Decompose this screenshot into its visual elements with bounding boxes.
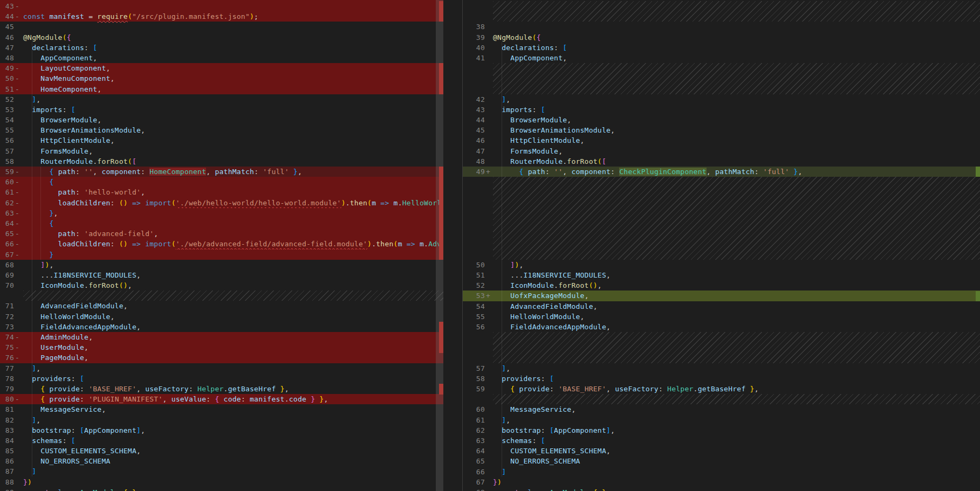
code-line[interactable]: 58 RouterModule.forRoot([ — [0, 156, 443, 167]
scrollbar[interactable] — [436, 0, 443, 491]
code-line[interactable]: 44-const manifest = require("/src/plugin… — [0, 11, 443, 22]
code-line[interactable]: 61- path: 'hello-world', — [0, 187, 443, 197]
code-line[interactable]: 70 IconModule.forRoot(), — [0, 280, 443, 291]
diff-marker: - — [15, 63, 19, 73]
code-line[interactable]: 39@NgModule({ — [463, 32, 980, 43]
line-number: 55 — [0, 125, 14, 135]
code-line[interactable]: 68export class AppModule { } — [463, 487, 980, 491]
code-line[interactable]: 38 — [463, 22, 980, 32]
code-line[interactable]: 73 FieldAdvancedAppModule, — [0, 322, 443, 332]
code-line[interactable]: 68 ]), — [0, 260, 443, 270]
code-line[interactable]: 89export class AppModule { } — [0, 487, 443, 491]
code-line[interactable]: 81 MessageService, — [0, 404, 443, 414]
code-line[interactable]: 49- LayoutComponent, — [0, 63, 443, 73]
code-line[interactable]: 76- PageModule, — [0, 352, 443, 363]
code-line[interactable]: 85 CUSTOM_ELEMENTS_SCHEMA, — [0, 446, 443, 456]
code-line[interactable]: 75- UserModule, — [0, 342, 443, 352]
code-line[interactable]: 87 ] — [0, 466, 443, 476]
code-line[interactable]: 49+ { path: '', component: CheckPluginCo… — [463, 167, 980, 177]
code-line[interactable]: 72 HelloWorldModule, — [0, 312, 443, 322]
code-line[interactable]: 67}) — [463, 477, 980, 487]
code-line[interactable]: 62 bootstrap: [AppComponent], — [463, 425, 980, 435]
code-line[interactable]: 47 declarations: [ — [0, 43, 443, 53]
code-line[interactable]: 60- { — [0, 177, 443, 187]
code-line[interactable]: 52 ], — [0, 94, 443, 105]
code-line[interactable]: 83 bootstrap: [AppComponent], — [0, 425, 443, 435]
code-line[interactable]: 55 BrowserAnimationsModule, — [0, 125, 443, 135]
code-line[interactable]: 60 MessageService, — [463, 404, 980, 414]
code-text: { path: '', component: CheckPluginCompon… — [493, 167, 803, 177]
code-line[interactable]: 42 ], — [463, 94, 980, 105]
code-line[interactable]: 69 ...I18NSERVICE_MODULES, — [0, 270, 443, 280]
line-number: 54 — [0, 115, 14, 125]
code-line[interactable]: 66 ] — [463, 467, 980, 477]
code-line[interactable]: 51- HomeComponent, — [0, 84, 443, 94]
code-line[interactable]: 79 { provide: 'BASE_HREF', useFactory: H… — [0, 384, 443, 394]
code-line[interactable]: 45 BrowserAnimationsModule, — [463, 125, 980, 135]
code-line[interactable]: 46 HttpClientModule, — [463, 135, 980, 146]
code-line[interactable]: 71 AdvancedFieldModule, — [0, 301, 443, 311]
code-line[interactable]: 43 imports: [ — [463, 105, 980, 115]
code-line[interactable]: 57 ], — [463, 363, 980, 374]
code-line[interactable]: 44 BrowserModule, — [463, 115, 980, 125]
code-line[interactable]: 53+ UofxPackageModule, — [463, 291, 980, 301]
code-text: ] — [23, 466, 36, 476]
code-line[interactable]: 56 HttpClientModule, — [0, 135, 443, 146]
code-line[interactable]: 82 ], — [0, 415, 443, 425]
code-line[interactable]: 59- { path: '', component: HomeComponent… — [0, 167, 443, 177]
code-line[interactable]: 65- path: 'advanced-field', — [0, 229, 443, 239]
line-number: 88 — [0, 477, 14, 487]
line-number: 51 — [463, 270, 485, 280]
line-number: 46 — [463, 135, 485, 146]
code-line[interactable]: 62- loadChildren: () => import('./web/he… — [0, 198, 443, 208]
code-line[interactable]: 74- AdminModule, — [0, 332, 443, 342]
code-line[interactable]: 54 BrowserModule, — [0, 115, 443, 125]
code-line[interactable]: 45 — [0, 22, 443, 32]
code-line[interactable]: 50- NavMenuComponent, — [0, 73, 443, 84]
code-line[interactable]: 59 { provide: 'BASE_HREF', useFactory: H… — [463, 384, 980, 394]
code-line[interactable]: 84 schemas: [ — [0, 435, 443, 446]
code-line[interactable]: 47 FormsModule, — [463, 146, 980, 156]
line-number: 55 — [463, 312, 485, 322]
code-line[interactable]: 88}) — [0, 477, 443, 487]
code-line[interactable]: 51 ...I18NSERVICE_MODULES, — [463, 270, 980, 280]
code-line[interactable]: 52 IconModule.forRoot(), — [463, 280, 980, 291]
line-number: 77 — [0, 363, 14, 374]
code-text: ], — [23, 415, 40, 425]
diff-filler — [463, 63, 980, 94]
line-number: 63 — [0, 208, 14, 218]
code-line[interactable]: 40 declarations: [ — [463, 43, 980, 53]
code-line[interactable]: 86 NO_ERRORS_SCHEMA — [0, 456, 443, 466]
code-line[interactable]: 63 schemas: [ — [463, 435, 980, 446]
code-text: CUSTOM_ELEMENTS_SCHEMA, — [23, 446, 141, 456]
diff-overview-mark — [976, 167, 980, 177]
code-line[interactable]: 78 providers: [ — [0, 374, 443, 384]
code-line[interactable]: 41 AppComponent, — [463, 53, 980, 63]
code-line[interactable]: 55 HelloWorldModule, — [463, 312, 980, 322]
code-line[interactable]: 48 AppComponent, — [0, 53, 443, 63]
code-line[interactable]: 63- }, — [0, 208, 443, 218]
code-line[interactable]: 64 CUSTOM_ELEMENTS_SCHEMA, — [463, 446, 980, 456]
code-line[interactable]: 66- loadChildren: () => import('./web/ad… — [0, 239, 443, 249]
code-text: ]), — [23, 260, 54, 270]
code-line[interactable]: 61 ], — [463, 415, 980, 425]
code-line[interactable]: 58 providers: [ — [463, 374, 980, 384]
code-line[interactable]: 77 ], — [0, 363, 443, 374]
code-text: { — [23, 177, 54, 187]
code-line[interactable]: 65 NO_ERRORS_SCHEMA — [463, 456, 980, 466]
code-line[interactable]: 56 FieldAdvancedAppModule, — [463, 322, 980, 332]
line-number: 45 — [0, 22, 14, 32]
code-line[interactable]: 67- } — [0, 250, 443, 260]
code-line[interactable]: 46@NgModule({ — [0, 32, 443, 43]
sash[interactable] — [443, 0, 462, 491]
code-line[interactable]: 80- { provide: 'PLUGIN_MANIFEST', useVal… — [0, 394, 443, 404]
code-line[interactable]: 50 ]), — [463, 260, 980, 270]
line-number: 47 — [0, 43, 14, 53]
code-line[interactable]: 64- { — [0, 218, 443, 229]
code-line[interactable]: 53 imports: [ — [0, 105, 443, 115]
code-line[interactable]: 54 AdvancedFieldModule, — [463, 301, 980, 312]
code-text: ], — [23, 363, 40, 374]
code-line[interactable]: 43- — [0, 1, 443, 11]
code-line[interactable]: 57 FormsModule, — [0, 146, 443, 156]
code-line[interactable]: 48 RouterModule.forRoot([ — [463, 156, 980, 167]
